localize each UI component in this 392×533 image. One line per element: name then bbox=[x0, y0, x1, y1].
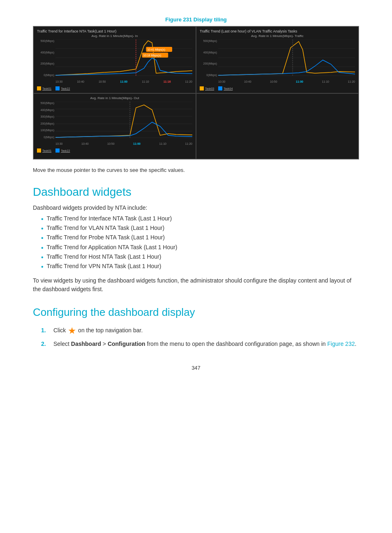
section1-title: Dashboard widgets bbox=[33, 185, 359, 199]
chart-bottom-right bbox=[196, 93, 359, 159]
svg-rect-11 bbox=[55, 86, 60, 90]
legend-task04: Task04 bbox=[224, 87, 233, 90]
y-label: 0(Mbps) bbox=[37, 136, 55, 139]
step-1: 1. Click on the top navigation bar. bbox=[41, 326, 359, 335]
x-label: 10:30 bbox=[55, 80, 63, 83]
list-item: Traffic Trend for Host NTA Task (Last 1 … bbox=[41, 253, 359, 261]
y-label: 200(Mbps) bbox=[37, 122, 55, 125]
chart-subtitle-bottom-left: Avg. Rate in 1 Minute(Mbps)- Out bbox=[37, 96, 192, 100]
chart-title-top-left: Traffic Trend for Interface NTA Task(Las… bbox=[37, 29, 192, 33]
x-label: 10:40 bbox=[81, 142, 89, 145]
list-item: Traffic Trend for VLAN NTA Task (Last 1 … bbox=[41, 225, 359, 232]
y-label: 200(Mbps) bbox=[200, 62, 218, 65]
x-label: 11:10 bbox=[142, 80, 149, 83]
x-label-red: 11:16 bbox=[164, 80, 171, 83]
chart-subtitle-top-right: Avg. Rate in 1 Minute(Mbps)- Traffic bbox=[200, 34, 355, 38]
legend-task03: Task03 bbox=[205, 87, 214, 90]
svg-rect-27 bbox=[37, 148, 41, 153]
section2-title: Configuring the dashboard display bbox=[33, 306, 359, 319]
x-label-bold: 11:00 bbox=[120, 80, 127, 83]
svg-rect-28 bbox=[55, 148, 60, 153]
legend-task01-b: Task01 bbox=[42, 149, 51, 152]
chart-top-left: Traffic Trend for Interface NTA Task(Las… bbox=[33, 26, 196, 93]
y-label: 300(Mbps) bbox=[37, 115, 55, 118]
section1-intro: Dashboard widgets provided by NTA includ… bbox=[33, 204, 359, 211]
x-label: 10:50 bbox=[270, 80, 277, 83]
y-label: 500(Mbps) bbox=[37, 39, 55, 42]
chart-bottom-left: Avg. Rate in 1 Minute(Mbps)- Out 500(Mbp… bbox=[33, 93, 196, 159]
list-item: Traffic Trend for Interface NTA Task (La… bbox=[41, 215, 359, 223]
chart-legend-top-left: Task01 Task22 bbox=[37, 86, 192, 90]
y-label: 0(Mbps) bbox=[37, 74, 55, 76]
list-item: Traffic Trend for Probe NTA Task (Last 1… bbox=[41, 234, 359, 242]
x-label: 11:10 bbox=[322, 80, 329, 83]
x-label-bold: 11:00 bbox=[296, 80, 303, 83]
chart-legend-bottom-left: Task01 Task22 bbox=[37, 148, 192, 153]
x-label: 11:10 bbox=[159, 142, 166, 145]
x-label: 10:30 bbox=[55, 142, 63, 145]
section1-closing: To view widgets by using the dashboard w… bbox=[33, 276, 359, 294]
step-2: 2. Select Dashboard > Configuration from… bbox=[41, 340, 359, 348]
chart-subtitle-top-left: Avg. Rate in 1 Minute(Mbps)- In bbox=[37, 34, 192, 38]
x-label: 10:30 bbox=[218, 80, 226, 83]
list-item: Traffic Trend for VPN NTA Task (Last 1 H… bbox=[41, 263, 359, 271]
x-label: 10:50 bbox=[107, 142, 115, 145]
y-label: 500(Mbps) bbox=[37, 102, 55, 104]
chart-top-right: Traffic Trend (Last one hour) of VLAN Tr… bbox=[196, 26, 359, 93]
figure-232-link[interactable]: Figure 232 bbox=[327, 341, 355, 347]
step-2-content: Select Dashboard > Configuration from th… bbox=[53, 340, 359, 348]
svg-rect-19 bbox=[218, 86, 222, 90]
chart-title-top-right: Traffic Trend (Last one hour) of VLAN Tr… bbox=[200, 29, 355, 33]
star-icon bbox=[68, 327, 76, 334]
svg-text:10:18 Mbps(s): 10:18 Mbps(s) bbox=[143, 54, 161, 57]
y-label: 400(Mbps) bbox=[37, 109, 55, 111]
x-label: 10:40 bbox=[244, 80, 251, 83]
mouse-text: Move the mouse pointer to the curves to … bbox=[33, 167, 359, 173]
bold-configuration: Configuration bbox=[108, 341, 145, 347]
legend-task01: Task01 bbox=[42, 87, 51, 90]
step-list: 1. Click on the top navigation bar. 2. S… bbox=[41, 326, 359, 348]
x-label: 10:40 bbox=[77, 80, 84, 83]
svg-rect-18 bbox=[200, 86, 204, 90]
y-label: 200(Mbps) bbox=[37, 62, 55, 65]
x-label: 11:20 bbox=[185, 80, 192, 83]
step-number-1: 1. bbox=[41, 326, 53, 335]
y-label: 500(Mbps) bbox=[200, 39, 218, 42]
bold-dashboard: Dashboard bbox=[71, 341, 101, 347]
legend-task22-b: Task22 bbox=[61, 149, 70, 152]
y-label: 0(Mbps) bbox=[200, 74, 218, 76]
svg-text:10:41 Mbps(s): 10:41 Mbps(s) bbox=[147, 48, 165, 51]
page-number: 347 bbox=[33, 365, 359, 371]
svg-rect-10 bbox=[37, 86, 41, 90]
x-label: 11:20 bbox=[185, 142, 192, 145]
chart-legend-top-right: Task03 Task04 bbox=[200, 86, 355, 90]
figure-container: Traffic Trend for Interface NTA Task(Las… bbox=[33, 26, 359, 160]
bullet-list: Traffic Trend for Interface NTA Task (La… bbox=[41, 215, 359, 271]
figure-label: Figure 231 Display tiling bbox=[33, 16, 359, 23]
step-1-content: Click on the top navigation bar. bbox=[53, 326, 359, 335]
step-number-2: 2. bbox=[41, 340, 53, 348]
legend-task22: Task22 bbox=[61, 87, 70, 90]
y-label: 400(Mbps) bbox=[200, 51, 218, 54]
y-label: 400(Mbps) bbox=[37, 51, 55, 54]
x-label: 11:20 bbox=[348, 80, 355, 83]
x-label: 10:50 bbox=[99, 80, 106, 83]
list-item: Traffic Trend for Application NTA Task (… bbox=[41, 244, 359, 252]
y-label: 100(Mbps) bbox=[37, 129, 55, 132]
x-label-bold: 11:00 bbox=[133, 142, 141, 145]
